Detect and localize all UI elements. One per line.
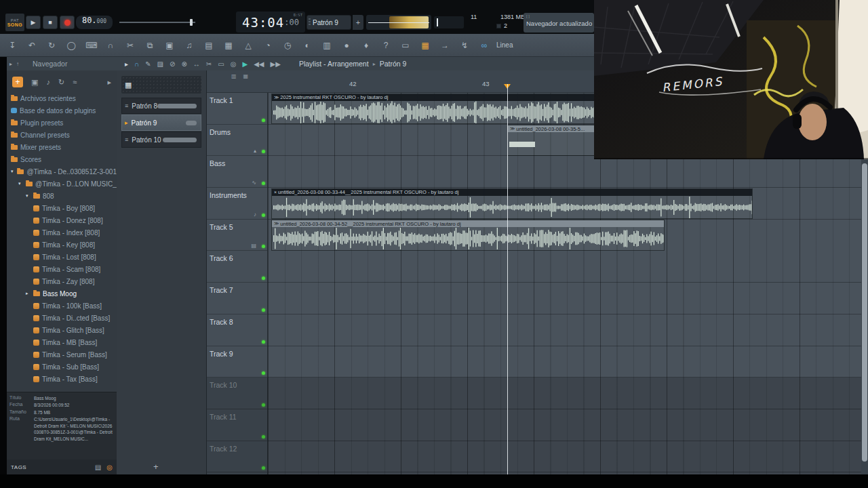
seek-forward-icon[interactable]: ▶▶ [271,60,281,68]
browser-item[interactable]: Timka - Index [808] [7,226,117,239]
playlist-overview-display[interactable] [434,16,464,28]
redo-icon[interactable]: ↻ [46,41,57,50]
time-display[interactable]: B:ST 43:04 :00 [236,12,305,33]
search-icon[interactable]: ◎ [106,464,113,471]
pattern-item[interactable]: ≡Patrón 10 [121,131,201,148]
pencil-icon[interactable]: ✎ [145,60,151,68]
track-enable-dot[interactable] [262,182,265,185]
browser-item[interactable]: ▸Bass Moog [7,287,117,300]
clip-header[interactable]: ×untitled_2026-03-08 00-33-44__2025 inst… [272,189,752,196]
track-enable-dot[interactable] [262,150,265,153]
song-pattern-toggle[interactable]: PAT SONG [5,14,24,31]
track-enable-dot[interactable] [262,371,265,375]
slice-icon[interactable]: ✂ [206,60,212,68]
track-header[interactable]: Track 7 [207,283,267,314]
typing-keyboard-icon[interactable]: ⌨ [85,41,96,50]
linea-tool-label[interactable]: Linea [496,41,513,49]
browser-item[interactable]: Timka - Sub [Bass] [7,361,117,373]
one-click-record-icon[interactable]: ◯ [66,41,77,50]
seek-back-icon[interactable]: ◀◀ [254,60,264,68]
pattern-selector[interactable]: Patrón 9 [307,15,351,30]
mixer-panel-icon[interactable]: ▦ [420,41,431,50]
audio-clip[interactable]: ×untitled_2026-03-08 00-33-44__2025 inst… [271,188,753,220]
tree-chevron-icon[interactable]: ▸ [26,291,31,296]
forward-arrow-icon[interactable]: → [439,41,450,50]
track-header[interactable]: Track 5▤ [207,220,267,251]
browser-item[interactable]: Timka - Donez [808] [7,214,117,226]
preview-sound-icon[interactable]: ♪ [46,78,50,86]
browser-item[interactable]: Archivos recientes [7,92,117,104]
scrollbar-thumb[interactable] [862,163,867,462]
track-enable-dot[interactable] [262,466,265,470]
playback-icon[interactable]: ▶ [242,60,248,68]
link-controller-icon[interactable]: ∞ [479,41,490,50]
browser-item[interactable]: Channel presets [7,129,117,141]
track-enable-dot[interactable] [262,277,265,280]
snap-magnet-icon[interactable]: ∩ [105,41,116,50]
oscilloscope-display[interactable] [366,15,431,30]
plugin-power-icon[interactable]: ↯ [459,41,470,50]
breadcrumb-pattern[interactable]: Patrón 9 [380,60,407,68]
playlist-title[interactable]: Playlist - Arrangement [299,60,369,68]
playlist-vertical-scrollbar[interactable] [861,159,868,474]
track-enable-dot[interactable] [262,245,265,248]
mute-icon[interactable]: ⊗ [181,60,186,68]
grid-icon[interactable]: ▦ [223,41,234,50]
menu-arrow-icon[interactable]: ▸ [125,60,128,68]
detached-monitor-icon[interactable]: ▭ [400,41,411,50]
track-enable-dot[interactable] [262,340,265,344]
track-enable-dot[interactable] [262,308,265,312]
pattern-item[interactable]: ▸Patrón 9 [121,115,201,131]
track-enable-dot[interactable] [262,214,265,217]
wait-input-icon[interactable]: ◔ [262,41,273,50]
add-button[interactable]: + [12,77,23,87]
help-icon[interactable]: ? [380,41,391,50]
countdown-icon[interactable]: ◷ [282,41,293,50]
add-pattern-button[interactable]: + [353,15,363,30]
track-header[interactable]: Drums▴ [207,125,267,157]
copy-icon[interactable]: ⧉ [144,41,155,50]
track-header[interactable]: Track 10 [207,378,267,409]
browser-item[interactable]: Timka - Zay [808] [7,275,117,287]
step-sequencer-icon[interactable]: ▤ [203,41,214,50]
track-enable-dot[interactable] [262,119,265,122]
browser-item[interactable]: Timka - 100k [Bass] [7,300,117,312]
zoom-icon[interactable]: ◎ [231,60,237,68]
collapse-icon[interactable]: ▸ [9,61,12,67]
undo-icon[interactable]: ↶ [26,41,37,50]
shuffle-slider-knob[interactable] [190,19,193,26]
browser-item[interactable]: Timka - Serum [Bass] [7,348,117,361]
browser-item[interactable]: Base de datos de plugins [7,104,117,117]
browser-item[interactable]: Plugin presets [7,117,117,129]
tags-folder-icon[interactable]: ▤ [95,464,101,471]
browser-item[interactable]: Timka - Boy [808] [7,202,117,214]
save-icon[interactable]: ▥ [321,41,332,50]
tree-chevron-icon[interactable]: ▾ [18,181,23,186]
blend-recording-icon[interactable]: ◐ [302,41,313,50]
expand-panel-icon[interactable]: ▸ [107,78,111,87]
browser-item[interactable]: Timka - Glitch [Bass] [7,324,117,336]
select-icon[interactable]: ▭ [218,60,224,68]
view-grid-icon[interactable]: ▦ [243,73,249,79]
paste-icon[interactable]: ▣ [164,41,175,50]
track-enable-dot[interactable] [262,403,265,407]
track-header[interactable]: Track 1 [207,93,267,125]
browser-item[interactable]: ▾@Timka - De..030851Z-3-001 [7,165,117,178]
browser-item[interactable]: Timka - MB [Bass] [7,336,117,348]
track-header[interactable]: Track 12 [207,441,267,473]
tempo-display[interactable]: 80. 000 [76,16,113,29]
browser-item[interactable]: Scores [7,153,117,165]
track-header[interactable]: Instruments♪ [207,188,267,220]
magnet-icon[interactable]: ∩ [134,60,139,68]
browser-item[interactable]: Mixer presets [7,141,117,153]
browser-item[interactable]: ▾@Timka - D..LON MUSIC_ [7,178,117,190]
piano-roll-icon[interactable]: ♫ [184,41,195,50]
picker-add-button[interactable]: + [153,462,159,472]
export-icon[interactable]: ↧ [7,41,18,50]
up-level-icon[interactable]: ↑ [16,61,19,67]
metronome-icon[interactable]: △ [243,41,254,50]
record-button[interactable] [60,16,75,29]
browser-item[interactable]: Timka - Di..cted [Bass] [7,312,117,324]
track-header[interactable]: Track 11 [207,409,267,441]
paste-icon[interactable]: ▣ [31,78,38,87]
